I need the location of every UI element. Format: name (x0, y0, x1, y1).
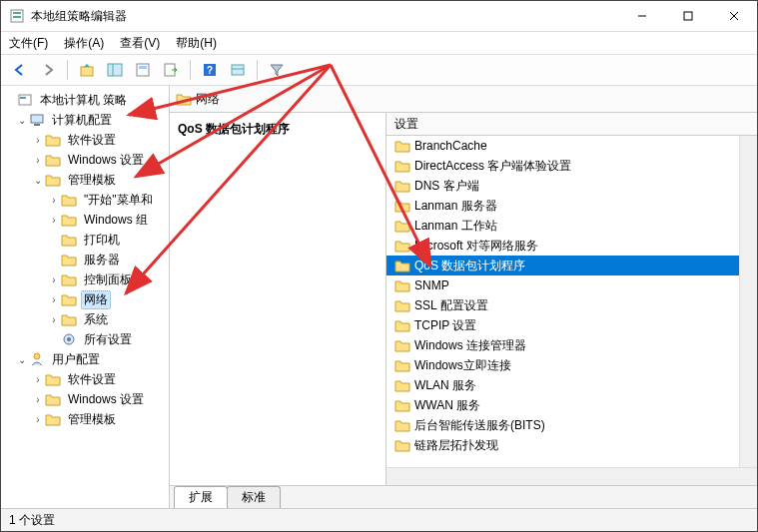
refresh-button[interactable] (225, 57, 251, 83)
tree-item[interactable]: ›管理模板 (1, 409, 169, 429)
expand-icon[interactable]: › (47, 294, 61, 305)
list-item[interactable]: TCPIP 设置 (386, 315, 739, 335)
tree-admin-templates[interactable]: ⌄管理模板 (1, 170, 169, 190)
list-item-label: Lanman 工作站 (414, 218, 497, 235)
tree-item[interactable]: 打印机 (1, 230, 169, 250)
list-item-label: DirectAccess 客户端体验设置 (414, 158, 571, 175)
expand-icon[interactable]: › (31, 135, 45, 146)
list-item[interactable]: Microsoft 对等网络服务 (386, 236, 739, 256)
menu-view[interactable]: 查看(V) (120, 35, 160, 52)
list-item-label: DNS 客户端 (414, 178, 479, 195)
list-item[interactable]: QoS 数据包计划程序 (386, 256, 739, 275)
tree-item[interactable]: 所有设置 (1, 329, 169, 349)
minimize-button[interactable] (619, 1, 665, 31)
tree-network[interactable]: ›网络 (1, 289, 169, 309)
collapse-icon[interactable]: ⌄ (15, 354, 29, 365)
expand-icon[interactable]: › (31, 155, 45, 166)
expand-icon[interactable]: › (47, 195, 61, 206)
list-item-label: WLAN 服务 (414, 377, 476, 394)
collapse-icon[interactable]: ⌄ (31, 175, 45, 186)
list-item-label: Windows立即连接 (414, 357, 511, 374)
svg-rect-19 (31, 115, 43, 123)
up-button[interactable] (74, 57, 100, 83)
folder-icon (45, 172, 61, 188)
help-button[interactable]: ? (197, 57, 223, 83)
list-item[interactable]: DirectAccess 客户端体验设置 (386, 156, 739, 176)
back-button[interactable] (7, 57, 33, 83)
list-pane: 设置 BranchCacheDirectAccess 客户端体验设置DNS 客户… (386, 113, 757, 485)
svg-rect-8 (108, 64, 122, 76)
list-item[interactable]: Windows 连接管理器 (386, 335, 739, 355)
folder-icon (394, 138, 410, 154)
list-item[interactable]: DNS 客户端 (386, 176, 739, 196)
expand-icon[interactable]: › (31, 414, 45, 425)
folder-icon (61, 252, 77, 267)
vertical-scrollbar[interactable] (739, 136, 757, 467)
list[interactable]: BranchCacheDirectAccess 客户端体验设置DNS 客户端La… (386, 136, 739, 467)
tree-item[interactable]: ›控制面板 (1, 269, 169, 289)
list-item[interactable]: WLAN 服务 (386, 375, 739, 395)
tree-root[interactable]: 本地计算机 策略 (1, 90, 169, 110)
folder-icon (394, 198, 410, 214)
list-item[interactable]: Lanman 服务器 (386, 196, 739, 216)
menu-file[interactable]: 文件(F) (9, 35, 48, 52)
folder-icon (394, 317, 410, 333)
properties-button[interactable] (130, 57, 156, 83)
list-item-label: 链路层拓扑发现 (414, 437, 498, 454)
tab-extended[interactable]: 扩展 (174, 486, 228, 508)
tree-user-config[interactable]: ⌄用户配置 (1, 349, 169, 369)
folder-icon (394, 158, 410, 174)
tree-item[interactable]: ›Windows 组 (1, 210, 169, 230)
expand-icon[interactable]: › (47, 314, 61, 325)
collapse-icon[interactable]: ⌄ (15, 115, 29, 126)
tree-item[interactable]: ›软件设置 (1, 369, 169, 389)
list-item[interactable]: BranchCache (386, 136, 739, 156)
tree-computer-config[interactable]: ⌄ 计算机配置 (1, 110, 169, 130)
horizontal-scrollbar[interactable] (386, 467, 757, 485)
folder-icon (61, 212, 77, 228)
svg-rect-7 (81, 67, 93, 76)
list-item[interactable]: WWAN 服务 (386, 395, 739, 415)
list-item-label: QoS 数据包计划程序 (414, 258, 525, 274)
folder-icon (61, 271, 77, 287)
maximize-button[interactable] (665, 1, 711, 31)
expand-icon[interactable]: › (47, 274, 61, 285)
show-hide-tree-button[interactable] (102, 57, 128, 83)
list-item[interactable]: SNMP (386, 275, 739, 295)
tree-item[interactable]: ›Windows 设置 (1, 389, 169, 409)
window-title: 本地组策略编辑器 (31, 8, 619, 25)
forward-button[interactable] (35, 57, 61, 83)
svg-rect-18 (20, 97, 26, 99)
list-item[interactable]: Windows立即连接 (386, 355, 739, 375)
list-item[interactable]: Lanman 工作站 (386, 216, 739, 236)
svg-rect-11 (139, 66, 147, 69)
folder-icon (61, 192, 77, 208)
expand-icon[interactable]: › (47, 215, 61, 226)
tree-item[interactable]: ›"开始"菜单和 (1, 190, 169, 210)
export-button[interactable] (158, 57, 184, 83)
expand-icon[interactable]: › (31, 394, 45, 405)
tree-item[interactable]: ›软件设置 (1, 130, 169, 150)
tree-pane[interactable]: 本地计算机 策略 ⌄ 计算机配置 ›软件设置 ›Windows 设置 ⌄管理模板… (1, 86, 170, 508)
tree-item[interactable]: ›系统 (1, 309, 169, 329)
list-header[interactable]: 设置 (386, 113, 757, 136)
titlebar: 本地组策略编辑器 (1, 1, 757, 32)
path-label: 网络 (196, 91, 220, 108)
folder-icon (394, 397, 410, 413)
close-button[interactable] (711, 1, 757, 31)
menu-help[interactable]: 帮助(H) (176, 35, 217, 52)
expand-icon[interactable]: › (31, 374, 45, 385)
tree-item[interactable]: ›Windows 设置 (1, 150, 169, 170)
svg-point-23 (34, 353, 40, 359)
list-item[interactable]: SSL 配置设置 (386, 295, 739, 315)
list-item[interactable]: 链路层拓扑发现 (386, 435, 739, 455)
folder-icon (394, 417, 410, 433)
list-header-label: 设置 (394, 116, 418, 133)
tab-standard[interactable]: 标准 (227, 486, 281, 508)
tree-item[interactable]: 服务器 (1, 250, 169, 269)
folder-icon (45, 132, 61, 148)
filter-button[interactable] (264, 57, 290, 83)
list-item[interactable]: 后台智能传送服务(BITS) (386, 415, 739, 435)
toolbar-separator (190, 60, 191, 80)
menu-action[interactable]: 操作(A) (64, 35, 104, 52)
